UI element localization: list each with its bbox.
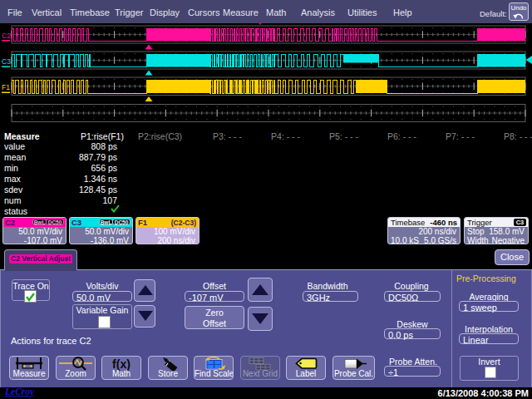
- svg-text:C2: C2: [2, 32, 11, 40]
- svg-text:C3: C3: [2, 57, 11, 66]
- svg-text:F1: F1: [2, 83, 10, 91]
